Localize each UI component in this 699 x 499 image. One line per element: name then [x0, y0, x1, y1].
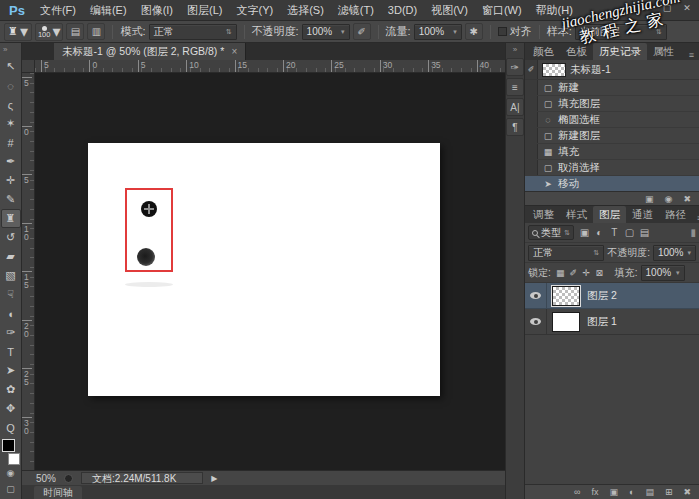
canvas[interactable]	[88, 143, 440, 396]
layer-opacity-input[interactable]: 100% ▾	[653, 245, 696, 261]
history-brush-source-box[interactable]	[525, 160, 538, 175]
filter-adjustment-layers-icon[interactable]: ◐	[592, 227, 607, 238]
delete-state-icon[interactable]: ✖	[683, 193, 691, 205]
opacity-input[interactable]: 100% ▾	[302, 24, 350, 40]
layer-fill-input[interactable]: 100% ▾	[641, 265, 685, 281]
menu-select[interactable]: 选择(S)	[280, 0, 331, 21]
new-adjustment-layer-icon[interactable]: ◐	[629, 486, 634, 498]
history-brush-source-icon[interactable]: ✐	[525, 60, 538, 79]
pressure-opacity-button[interactable]: ✐	[353, 23, 371, 40]
airbrush-button[interactable]: ✱	[465, 23, 483, 40]
menu-window[interactable]: 窗口(W)	[475, 0, 529, 21]
history-brush-source-box[interactable]	[525, 128, 538, 143]
history-step-move[interactable]: ➤ 移动	[525, 176, 699, 191]
minimize-button[interactable]: —	[639, 1, 655, 15]
tab-adjustments[interactable]: 调整	[527, 206, 560, 223]
new-group-icon[interactable]: ▤	[645, 486, 654, 498]
menu-edit[interactable]: 编辑(E)	[83, 0, 134, 21]
history-step-fill-layer[interactable]: ▢ 填充图层	[525, 96, 699, 112]
new-layer-icon[interactable]: ⊞	[665, 486, 673, 498]
tab-channels[interactable]: 通道	[626, 206, 659, 223]
zoom-tool-icon[interactable]: Q	[1, 418, 21, 437]
tab-properties[interactable]: 属性	[647, 43, 680, 60]
tool-preset-picker[interactable]: ♜ ▾	[4, 23, 32, 41]
history-brush-source-box[interactable]	[525, 80, 538, 95]
marquee-tool-icon[interactable]: ◌	[1, 76, 21, 95]
menu-type[interactable]: 文字(Y)	[229, 0, 280, 21]
history-snapshot-row[interactable]: ✐ 未标题-1	[525, 60, 699, 80]
menu-help[interactable]: 帮助(H)	[529, 0, 580, 21]
flow-input[interactable]: 100% ▾	[414, 24, 462, 40]
eraser-tool-icon[interactable]: ▰	[1, 247, 21, 266]
layer-style-icon[interactable]: fx	[591, 486, 598, 498]
character-panel-icon[interactable]: A|	[506, 98, 524, 116]
quick-mask-button[interactable]: ◉	[1, 465, 21, 481]
history-step-fill[interactable]: ▦ 填充	[525, 144, 699, 160]
expand-panels-button[interactable]: »	[513, 43, 517, 56]
crop-tool-icon[interactable]: #	[1, 133, 21, 152]
lock-position-icon[interactable]: ✛	[580, 268, 593, 278]
new-snapshot-icon[interactable]: ◉	[665, 193, 673, 205]
magic-wand-tool-icon[interactable]: ✶	[1, 114, 21, 133]
history-step-elliptical-marquee[interactable]: ◌ 椭圆选框	[525, 112, 699, 128]
filter-shape-layers-icon[interactable]: ▢	[622, 227, 637, 238]
toggle-brush-panel-button[interactable]: ▤	[66, 23, 84, 40]
brush-presets-panel-icon[interactable]: ≡	[506, 78, 524, 96]
lock-transparent-pixels-icon[interactable]: ▦	[554, 268, 567, 278]
panel-menu-icon[interactable]: ≡	[692, 213, 699, 223]
menu-file[interactable]: 文件(F)	[33, 0, 83, 21]
layer-row[interactable]: 图层 1	[525, 309, 699, 335]
layer-visibility-icon[interactable]	[530, 292, 541, 299]
delete-layer-icon[interactable]: ✖	[683, 486, 691, 498]
lock-all-icon[interactable]: ⊠	[593, 268, 606, 278]
menu-image[interactable]: 图像(I)	[134, 0, 180, 21]
toggle-clone-source-panel-button[interactable]: ▥	[87, 23, 105, 40]
collapse-tools-button[interactable]: »	[0, 43, 7, 57]
canvas-viewport[interactable]	[35, 73, 505, 470]
filter-switch[interactable]: ▮	[690, 227, 696, 238]
pen-tool-icon[interactable]: ✑	[1, 323, 21, 342]
tab-paths[interactable]: 路径	[659, 206, 692, 223]
tab-color[interactable]: 颜色	[527, 43, 560, 60]
menu-filter[interactable]: 滤镜(T)	[331, 0, 381, 21]
layer-blend-mode-select[interactable]: 正常 ⇅	[528, 245, 604, 261]
history-step-new-layer[interactable]: ▢ 新建图层	[525, 128, 699, 144]
sample-select[interactable]: 当前图层 ⇅	[575, 24, 667, 40]
filter-smart-objects-icon[interactable]: ▤	[637, 227, 652, 238]
paragraph-panel-icon[interactable]: ¶	[506, 118, 524, 136]
maximize-button[interactable]: ▢	[659, 1, 675, 15]
smudge-tool-icon[interactable]: ☟	[1, 285, 21, 304]
timeline-tab[interactable]: 时间轴	[34, 486, 82, 499]
hand-tool-icon[interactable]: ✥	[1, 399, 21, 418]
filter-pixel-layers-icon[interactable]: ▣	[577, 227, 592, 238]
panel-menu-icon[interactable]: ≡	[684, 50, 699, 60]
document-tab[interactable]: 未标题-1 @ 50% (图层 2, RGB/8) * ×	[54, 43, 246, 60]
screen-mode-button[interactable]: ▢	[1, 481, 21, 497]
add-layer-mask-icon[interactable]: ▣	[609, 486, 618, 498]
gradient-tool-icon[interactable]: ▧	[1, 266, 21, 285]
tab-swatches[interactable]: 色板	[560, 43, 593, 60]
menu-3d[interactable]: 3D(D)	[381, 0, 424, 21]
history-brush-source-box[interactable]	[525, 176, 538, 191]
brush-preset-picker[interactable]: 100 ▾	[35, 23, 64, 41]
history-brush-source-box[interactable]	[525, 144, 538, 159]
layer-row[interactable]: 图层 2	[525, 283, 699, 309]
close-button[interactable]: ✕	[679, 1, 695, 15]
path-selection-tool-icon[interactable]: ➤	[1, 361, 21, 380]
custom-shape-tool-icon[interactable]: ✿	[1, 380, 21, 399]
history-brush-source-box[interactable]	[525, 112, 538, 127]
clone-stamp-tool-icon[interactable]: ♜	[1, 209, 21, 228]
close-tab-icon[interactable]: ×	[231, 43, 237, 60]
background-color-swatch[interactable]	[8, 453, 20, 465]
align-checkbox[interactable]	[498, 27, 507, 36]
filter-type-layers-icon[interactable]: T	[607, 227, 622, 238]
lock-image-pixels-icon[interactable]: ✐	[567, 268, 580, 278]
history-brush-tool-icon[interactable]: ↺	[1, 228, 21, 247]
layer-filter-select[interactable]: 类型 ⇅	[528, 225, 574, 240]
lasso-tool-icon[interactable]: ς	[1, 95, 21, 114]
type-tool-icon[interactable]: T	[1, 342, 21, 361]
tab-layers[interactable]: 图层	[593, 206, 626, 223]
dodge-tool-icon[interactable]: ◖	[1, 304, 21, 323]
eyedropper-tool-icon[interactable]: ✒	[1, 152, 21, 171]
menu-view[interactable]: 视图(V)	[424, 0, 475, 21]
